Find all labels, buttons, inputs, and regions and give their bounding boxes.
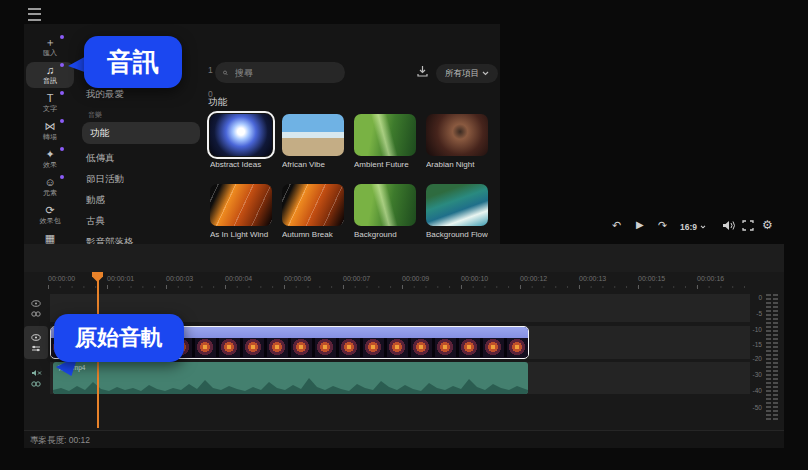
search-icon xyxy=(223,68,228,78)
eye-icon[interactable] xyxy=(31,334,41,341)
volume-icon[interactable] xyxy=(722,220,735,233)
audio-tile[interactable]: African Vibe xyxy=(282,114,344,169)
waveform xyxy=(53,372,528,394)
text-icon: T xyxy=(47,93,54,104)
link-icon[interactable] xyxy=(31,311,41,317)
tile-artwork xyxy=(210,114,272,156)
category-holidays[interactable]: 節日活動 xyxy=(86,171,200,187)
search-input[interactable] xyxy=(233,67,337,79)
category-classical[interactable]: 古典 xyxy=(86,213,200,229)
download-icon[interactable] xyxy=(416,64,429,82)
sidebar-item-effects[interactable]: ✦ 效果 xyxy=(26,146,74,172)
audio-tile[interactable]: Background xyxy=(354,184,416,239)
project-length-label: 專案長度: 00:12 xyxy=(30,435,90,447)
new-content-dot xyxy=(60,63,64,67)
track1-header xyxy=(24,294,48,322)
sparkles-icon: ✦ xyxy=(45,149,54,160)
skip-back-icon[interactable]: ↶ xyxy=(612,219,621,231)
music-note-icon: ♫ xyxy=(46,65,54,76)
status-bar: 專案長度: 00:12 xyxy=(24,430,784,448)
app-window: ＋ 匯入 ♫ 音訊 T 文字 ⋈ 轉場 ✦ 效果 ☺ 元素 ⟳ xyxy=(0,0,808,470)
category-lofi[interactable]: 低傳真 xyxy=(86,150,200,166)
sidebar-item-transitions[interactable]: ⋈ 轉場 xyxy=(26,118,74,144)
fullscreen-icon[interactable] xyxy=(742,220,754,233)
playhead-handle[interactable] xyxy=(92,272,103,282)
callout-audio: 音訊 xyxy=(84,36,182,88)
track2-header xyxy=(24,326,48,359)
play-button[interactable]: ▶ xyxy=(636,219,644,231)
chevron-down-icon xyxy=(700,225,706,229)
sidebar-item-elements[interactable]: ☺ 元素 xyxy=(26,174,74,200)
category-featured[interactable]: 功能 xyxy=(82,122,200,144)
smiley-icon: ☺ xyxy=(44,177,55,188)
category-dynamic[interactable]: 動感 xyxy=(86,192,200,208)
meter-bar-right xyxy=(773,294,778,422)
tile-artwork xyxy=(354,114,416,156)
audio-tile[interactable]: Arabian Night xyxy=(426,114,488,169)
callout-original-track: 原始音軌 xyxy=(54,314,184,362)
menu-icon[interactable] xyxy=(28,8,41,21)
audio-tile[interactable]: Ambient Future xyxy=(354,114,416,169)
search-box[interactable] xyxy=(215,62,345,83)
mute-speaker-icon[interactable] xyxy=(31,369,42,377)
timeline-toolbar: ↶ ↷ xyxy=(24,244,784,273)
sidebar-item-effect-pack[interactable]: ⟳ 效果包 xyxy=(26,202,74,228)
transition-icon: ⋈ xyxy=(45,121,56,132)
tile-artwork xyxy=(282,114,344,156)
meter-bar-left xyxy=(766,294,771,422)
new-content-dot xyxy=(60,175,64,179)
preview-panel: ? 00:01.290/00:12.145 ↶ ▶ ↷ 16:9 ⚙ xyxy=(500,24,784,244)
tile-artwork xyxy=(354,184,416,226)
sidebar-item-audio[interactable]: ♫ 音訊 xyxy=(26,62,74,88)
settings-gear-icon[interactable]: ⚙ xyxy=(762,219,773,231)
new-content-dot xyxy=(60,91,64,95)
new-content-dot xyxy=(60,119,64,123)
aspect-ratio-dropdown[interactable]: 16:9 xyxy=(680,221,706,233)
sliders-icon[interactable] xyxy=(31,345,41,352)
tile-artwork xyxy=(426,184,488,226)
audio-tile[interactable]: Abstract Ideas xyxy=(210,114,272,169)
filter-dropdown[interactable]: 所有項目 xyxy=(436,64,498,83)
new-content-dot xyxy=(60,147,64,151)
plus-icon: ＋ xyxy=(45,37,56,48)
grid-plus-icon: ▦ xyxy=(45,233,55,244)
chevron-down-icon xyxy=(482,71,489,76)
new-content-dot xyxy=(60,35,64,39)
audio-tile[interactable]: As In Light Wind xyxy=(210,184,272,239)
effect-pack-icon: ⟳ xyxy=(45,205,54,216)
track3-header xyxy=(24,362,48,394)
audio-tile[interactable]: Autumn Break xyxy=(282,184,344,239)
audio-clip[interactable]: 背景.mp4 xyxy=(53,362,528,394)
tile-artwork xyxy=(282,184,344,226)
eye-icon[interactable] xyxy=(31,300,41,307)
ruler-ticks xyxy=(48,285,748,289)
skip-forward-icon[interactable]: ↷ xyxy=(658,219,667,231)
link-icon[interactable] xyxy=(31,381,41,387)
library-section-header: 音樂 xyxy=(88,110,102,120)
library-item-favorites[interactable]: 我的最愛 0 xyxy=(86,86,200,102)
sidebar-item-text[interactable]: T 文字 xyxy=(26,90,74,116)
tile-artwork xyxy=(426,114,488,156)
sidebar-item-import[interactable]: ＋ 匯入 xyxy=(26,34,74,60)
audio-tile[interactable]: Background Flow xyxy=(426,184,488,239)
grid-title: 功能 xyxy=(208,96,227,109)
tile-artwork xyxy=(210,184,272,226)
